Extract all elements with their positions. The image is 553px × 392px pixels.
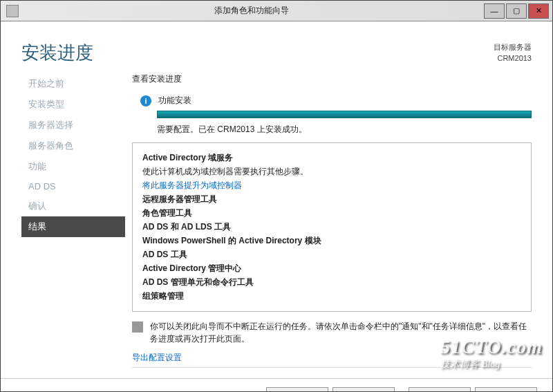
body: 开始之前 安装类型 服务器选择 服务器角色 功能 AD DS 确认 结果 查看安… xyxy=(1,73,552,378)
wizard-window: 添加角色和功能向导 — ▢ ✕ 安装进度 目标服务器 CRM2013 开始之前 … xyxy=(0,0,553,392)
sidebar-item-serverselect: 服务器选择 xyxy=(21,115,125,136)
result-line: AD DS 工具 xyxy=(142,249,521,261)
window-title: 添加角色和功能向导 xyxy=(19,5,484,17)
sidebar-item-features: 功能 xyxy=(21,156,125,177)
result-line: Windows PowerShell 的 Active Directory 模块 xyxy=(142,235,521,247)
flag-icon xyxy=(132,321,143,333)
app-icon xyxy=(6,5,19,17)
content: 安装进度 目标服务器 CRM2013 开始之前 安装类型 服务器选择 服务器角色… xyxy=(1,21,552,392)
page-title: 安装进度 xyxy=(21,41,494,65)
result-line: AD DS 管理单元和命令行工具 xyxy=(142,277,521,288)
results-box: Active Directory 域服务 使此计算机成为域控制器需要执行其他步骤… xyxy=(132,142,532,312)
result-line: 角色管理工具 xyxy=(142,207,521,219)
sidebar-item-installtype: 安装类型 xyxy=(21,94,125,115)
cancel-button[interactable]: 取消 xyxy=(475,387,537,392)
sidebar-item-serverroles: 服务器角色 xyxy=(21,136,125,156)
footer: < 上一步(P) 下一步(N) > 关闭 取消 xyxy=(1,378,552,392)
close-window-button[interactable]: ✕ xyxy=(528,3,549,19)
maximize-button[interactable]: ▢ xyxy=(506,3,527,19)
info-row: i 功能安装 xyxy=(140,95,532,106)
close-button[interactable]: 关闭 xyxy=(409,387,471,392)
next-button[interactable]: 下一步(N) > xyxy=(332,387,395,392)
sidebar-item-adds: AD DS xyxy=(21,177,125,196)
prev-button[interactable]: < 上一步(P) xyxy=(266,387,328,392)
promote-dc-link[interactable]: 将此服务器提升为域控制器 xyxy=(142,180,521,192)
result-line: 远程服务器管理工具 xyxy=(142,194,521,205)
target-info: 目标服务器 CRM2013 xyxy=(494,42,532,64)
divider xyxy=(132,367,532,368)
progress-bar xyxy=(157,111,532,118)
minimize-button[interactable]: — xyxy=(484,3,505,19)
note-text: 你可以关闭此向导而不中断正在运行的任务。请依次单击命令栏中的"通知"和"任务详细… xyxy=(150,320,532,345)
result-line: 组策略管理 xyxy=(142,290,521,302)
result-line: AD DS 和 AD LDS 工具 xyxy=(142,221,521,233)
sidebar-item-results[interactable]: 结果 xyxy=(21,216,125,237)
section-label: 查看安装进度 xyxy=(132,73,532,85)
result-line: Active Directory 域服务 xyxy=(142,152,521,164)
status-text: 需要配置。已在 CRM2013 上安装成功。 xyxy=(157,124,532,136)
result-line: Active Directory 管理中心 xyxy=(142,263,521,274)
sidebar: 开始之前 安装类型 服务器选择 服务器角色 功能 AD DS 确认 结果 xyxy=(1,73,125,378)
main-panel: 查看安装进度 i 功能安装 需要配置。已在 CRM2013 上安装成功。 Act… xyxy=(125,73,538,378)
note-row: 你可以关闭此向导而不中断正在运行的任务。请依次单击命令栏中的"通知"和"任务详细… xyxy=(132,320,532,345)
target-server: CRM2013 xyxy=(494,53,532,64)
target-label: 目标服务器 xyxy=(494,42,532,53)
titlebar: 添加角色和功能向导 — ▢ ✕ xyxy=(1,1,552,21)
info-icon: i xyxy=(140,95,151,106)
header: 安装进度 目标服务器 CRM2013 xyxy=(1,21,552,73)
sidebar-item-before: 开始之前 xyxy=(21,73,125,94)
sidebar-item-confirm: 确认 xyxy=(21,196,125,216)
result-line: 使此计算机成为域控制器需要执行其他步骤。 xyxy=(142,166,521,178)
export-config-link[interactable]: 导出配置设置 xyxy=(132,352,532,364)
info-title: 功能安装 xyxy=(158,95,191,106)
